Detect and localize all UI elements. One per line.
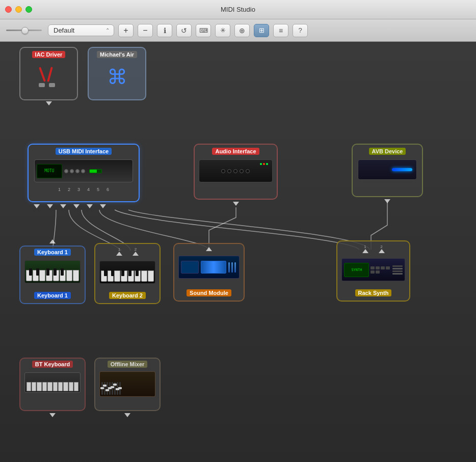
usb-midi-ports: [34, 204, 106, 208]
help-button[interactable]: ?: [293, 24, 308, 37]
maximize-button[interactable]: [25, 6, 32, 13]
bt-keyboard-image: [20, 370, 85, 395]
rack-synth-image: SYNTH: [337, 256, 409, 284]
avb-device-port-bottom: [353, 199, 422, 203]
keyboard1-port-top: [20, 239, 85, 243]
keyboard2-device[interactable]: 1 2 Keyboard 2: [94, 243, 161, 304]
audio-interface-image: [195, 157, 277, 185]
info-icon: ℹ: [164, 26, 166, 35]
usb-midi-label: USB MIDI Interface: [29, 147, 139, 156]
refresh-icon: ↺: [181, 26, 187, 35]
iac-driver-ports-bottom: [20, 101, 77, 105]
usb-midi-device[interactable]: USB MIDI Interface MOTU 1: [28, 144, 140, 202]
info-button[interactable]: ℹ: [157, 24, 172, 37]
bluetooth-icon: ✳: [220, 26, 226, 34]
michaels-air-device[interactable]: Michael's Air ⌘: [88, 47, 146, 100]
refresh-button[interactable]: ↺: [176, 24, 192, 37]
offline-mixer-label: Offline Mixer: [108, 361, 148, 368]
setup-dropdown[interactable]: Default ⌃: [48, 24, 114, 36]
avb-device-label: AVB Device: [353, 147, 422, 156]
sound-module-device[interactable]: Sound Module: [173, 243, 245, 302]
keyboard1-bottom-label: Keyboard 1: [34, 292, 71, 299]
network-icon: ⊕: [239, 26, 245, 35]
add-button[interactable]: +: [118, 24, 134, 37]
avb-device-image: [353, 157, 422, 182]
close-button[interactable]: [5, 6, 12, 13]
audio-interface-label: Audio Interface: [195, 147, 277, 156]
diagram-icon: ⊞: [259, 26, 265, 34]
bt-keyboard-label: BT Keyboard: [32, 361, 73, 368]
usb-midi-image: MOTU: [29, 157, 139, 185]
zoom-slider[interactable]: [6, 30, 42, 31]
rack-synth-label: Rack Synth: [355, 289, 392, 296]
minimize-button[interactable]: [15, 6, 22, 13]
bt-keyboard-device[interactable]: BT Keyboard: [19, 358, 86, 411]
piano-icon: ⌨: [199, 27, 208, 34]
remove-button[interactable]: −: [138, 24, 153, 37]
bt-keyboard-port-bottom: [20, 413, 85, 417]
piano-button[interactable]: ⌨: [196, 24, 211, 37]
window-title: MIDI Studio: [221, 6, 255, 13]
sound-module-label: Sound Module: [187, 289, 231, 296]
bluetooth-device-icon: ⌘: [107, 65, 127, 89]
audio-interface-device[interactable]: Audio Interface: [194, 144, 278, 200]
avb-device[interactable]: AVB Device: [352, 144, 423, 197]
keyboard2-image: [95, 258, 160, 286]
toolbar: Default ⌃ + − ℹ ↺ ⌨ ✳ ⊕ ⊞ ≡ ?: [0, 19, 476, 42]
offline-mixer-port-bottom: [95, 413, 160, 417]
list-button[interactable]: ≡: [273, 24, 288, 37]
iac-driver-label: IAC Driver: [20, 50, 77, 59]
midi-canvas: IAC Driver Michael's Air ⌘ USB MIDI Int: [0, 42, 476, 462]
keyboard1-device[interactable]: Keyboard 1: [19, 246, 86, 304]
chevron-down-icon: ⌃: [105, 28, 110, 33]
diagram-button[interactable]: ⊞: [254, 24, 269, 37]
keyboard2-label: Keyboard 2: [109, 292, 146, 299]
iac-driver-image: [20, 59, 77, 95]
rack-synth-device[interactable]: SYNTH 1: [336, 240, 410, 302]
audio-interface-port-bottom: [195, 202, 277, 206]
sound-module-image: [174, 253, 244, 281]
bluetooth-button[interactable]: ✳: [215, 24, 230, 37]
offline-mixer-image: [95, 370, 160, 398]
keyboard1-label: Keyboard 1: [34, 249, 71, 256]
list-icon: ≡: [279, 26, 283, 35]
iac-driver-device[interactable]: IAC Driver: [19, 47, 78, 100]
keyboard1-image: [20, 258, 85, 286]
michaels-air-label: Michael's Air: [89, 50, 145, 59]
help-icon: ?: [298, 26, 302, 34]
offline-mixer-device[interactable]: Offline Mixer: [94, 358, 161, 411]
titlebar: MIDI Studio: [0, 0, 476, 19]
network-button[interactable]: ⊕: [234, 24, 250, 37]
michaels-air-image: ⌘: [89, 59, 145, 95]
traffic-lights: [5, 6, 32, 13]
dropdown-value: Default: [54, 26, 74, 34]
